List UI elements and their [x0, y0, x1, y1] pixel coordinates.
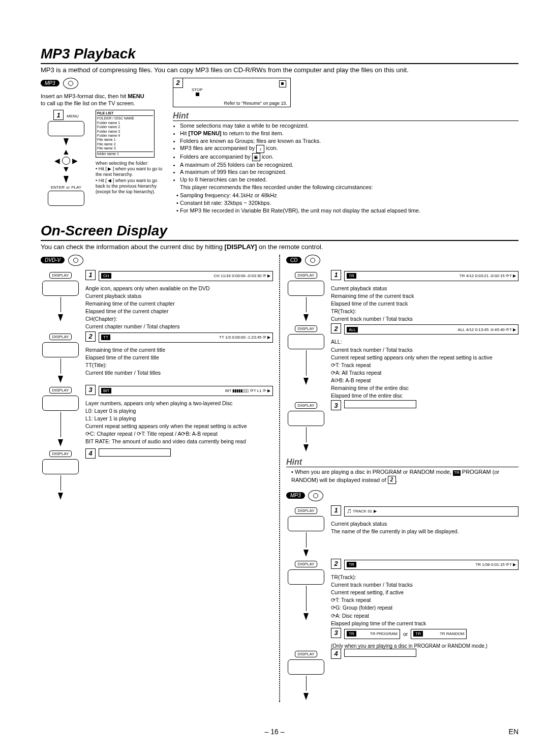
display-button-icon: DISPLAY — [295, 272, 317, 279]
cd-section: CD DISPLAY 1 TRTR 4/12 0:03:21 -0:02:15 … — [286, 255, 518, 454]
display-button-icon: DISPLAY — [295, 561, 317, 567]
enter-button-icon — [48, 191, 84, 206]
hint-header: Hint — [173, 111, 518, 121]
folder-icon: ▣ — [252, 153, 260, 161]
mp3-title: MP3 Playback — [41, 46, 518, 64]
mp3-badge: MP3 — [41, 80, 59, 86]
dvd-empty-box — [99, 448, 171, 457]
display-button-icon: DISPLAY — [49, 450, 71, 457]
hint-list: Some selections may take a while to be r… — [173, 122, 518, 184]
mp3-strip-2: TRTR 1/36 0:01:15 ⟳T ▶ — [344, 560, 518, 570]
cd-badge: CD — [286, 257, 301, 263]
dvd-strip-2: TTTT 1/3 0:00:00 -1:23:45 ⟳ ▶ — [99, 332, 273, 343]
cd-strip-1: TRTR 4/12 0:03:21 -0:02:15 ⟳T ▶ — [344, 271, 518, 281]
cd-hint-text: • When you are playing a disc in PROGRAM… — [286, 468, 518, 483]
note-icon: ♪ — [256, 145, 264, 153]
cd-hint-header: Hint — [286, 458, 518, 467]
osd-title: On-Screen Display — [41, 223, 518, 241]
osd-intro: You can check the information about the … — [41, 243, 518, 252]
remote-diagram: 1 MENU ▲ ◀▶ ▼ ENTER or PLAY — [41, 110, 92, 207]
mp3osd-badge: MP3 — [286, 492, 305, 499]
dvd-strip-3: BITBIT ▮▮▮▮▮▯▯▯ ⟳T L1 ⟳ ▶ — [99, 386, 273, 396]
mp3-empty-box — [344, 649, 416, 657]
mp3-step3-note: (Only when you are playing a disc in PRO… — [331, 643, 518, 649]
disc-icon — [308, 490, 323, 501]
display-button-icon: DISPLAY — [295, 402, 317, 409]
file-list-box: FILE LIST FOLDER / DISC NAME Folder name… — [96, 110, 155, 158]
mp3-osd-section: MP3 DISPLAY 1 🎵 TRACK 01 ▶ — [286, 490, 518, 702]
dvdv-badge: DVD-V — [41, 257, 65, 263]
display-button-icon: DISPLAY — [49, 387, 71, 394]
mp3-insert-text: Insert an MP3-format disc, then hit MENU… — [41, 93, 163, 107]
stop-box: 2 STOP Refer to "Resume" on page 15. — [173, 78, 291, 107]
dvd-strip-1: CHCH 11/16 0:00:00 -0:03:30 ⟳ ▶ — [99, 271, 273, 281]
recommend-text: This player recommends the files recorde… — [173, 184, 518, 191]
disc-icon — [63, 78, 78, 89]
recommend-list: Sampling frequency: 44.1kHz or 48kHz Con… — [173, 192, 518, 215]
mp3-strip-1: 🎵 TRACK 01 ▶ — [344, 506, 518, 517]
display-button-icon: DISPLAY — [49, 272, 71, 279]
mp3-intro: MP3 is a method of compressing files. Yo… — [41, 66, 518, 75]
mp3-strip-3a: TRTR PROGRAM — [344, 629, 400, 639]
page-footer: – 16 – EN — [0, 728, 549, 736]
display-button-icon: DISPLAY — [295, 651, 317, 657]
cd-empty-box — [344, 400, 416, 408]
cd-strip-2: ALLALL 4/12 0:13:45 -0:45:40 ⟳T ▶ — [344, 324, 518, 335]
display-button-icon: DISPLAY — [295, 325, 317, 332]
folder-note: When selecting the folder: • Hit [ ▶ ] w… — [96, 161, 163, 195]
display-button-icon: DISPLAY — [49, 334, 71, 340]
menu-button-icon — [48, 121, 84, 136]
display-button-icon: DISPLAY — [295, 507, 317, 514]
mp3-strip-3b: TRTR RANDOM — [411, 629, 467, 639]
disc-icon — [68, 255, 83, 266]
dvd-section: DVD-V DISPLAY 1 CHCH 11/16 0:00:00 -0:03… — [41, 255, 273, 702]
stop-icon — [279, 80, 286, 87]
disc-icon — [305, 255, 320, 266]
